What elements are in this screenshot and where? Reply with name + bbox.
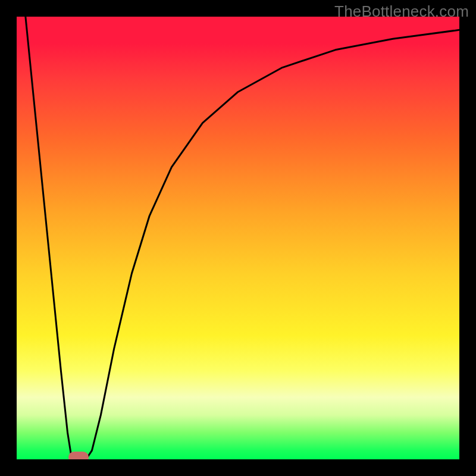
bottleneck-curve — [17, 17, 459, 459]
plot-area — [17, 17, 459, 459]
curve-path — [26, 17, 459, 459]
chart-frame: TheBottleneck.com — [0, 0, 476, 476]
watermark-text: TheBottleneck.com — [334, 2, 469, 21]
optimal-marker — [68, 452, 88, 459]
